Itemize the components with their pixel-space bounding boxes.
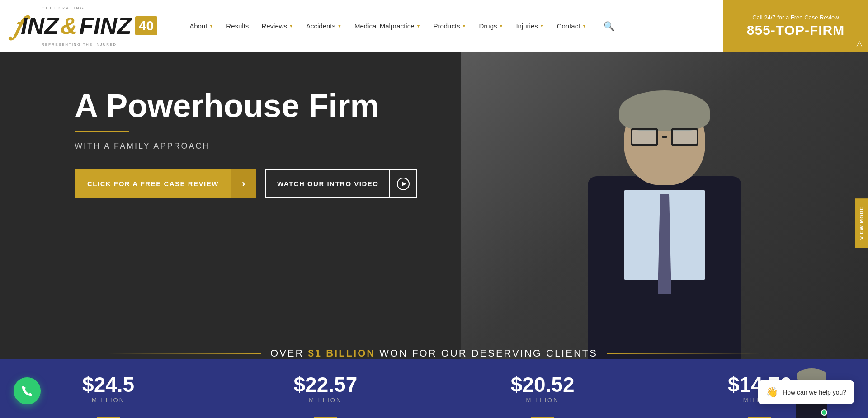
hero-content: A Powerhouse Firm With A Family Approach…	[75, 88, 417, 198]
cta-call-label: Call 24/7 for a Free Case Review	[752, 14, 839, 21]
stat-amount-1: $24.5	[82, 374, 134, 395]
cta-button-label: Click For A Free Case Review	[75, 180, 231, 188]
nav-item-accidents[interactable]: Accidents ▼	[306, 22, 342, 30]
nav-item-contact[interactable]: Contact ▼	[557, 22, 587, 30]
chevron-down-icon: ▼	[416, 23, 420, 28]
site-header: Celebrating 𝑓 INZ & FINZ 40 Representing…	[0, 0, 868, 52]
chevron-down-icon: ▼	[209, 23, 213, 28]
glasses-left	[631, 128, 658, 146]
svg-marker-1	[402, 182, 406, 186]
watch-video-button[interactable]: Watch Our Intro Video	[265, 169, 418, 198]
billion-banner: Over $1 Billion Won For Our Deserving Cl…	[0, 348, 868, 359]
cta-phone-number[interactable]: 855-TOP-FIRM	[747, 23, 844, 38]
cta-arrow-icon: ›	[231, 169, 256, 198]
hero-title: A Powerhouse Firm	[75, 88, 417, 124]
logo-wrapper: Celebrating 𝑓 INZ & FINZ 40 Representing…	[14, 6, 157, 47]
chevron-down-icon: ▼	[582, 23, 586, 28]
chevron-down-icon: ▼	[540, 23, 544, 28]
nav-item-drugs[interactable]: Drugs ▼	[479, 22, 503, 30]
logo-finz-text: INZ	[21, 14, 59, 38]
hero-section: A Powerhouse Firm With A Family Approach…	[0, 52, 868, 418]
nav-item-medical-malpractice[interactable]: Medical Malpractice ▼	[354, 22, 420, 30]
stat-label-3: Million	[526, 397, 559, 404]
billion-amount: $1 Billion	[308, 348, 376, 359]
stat-cards: $24.5 Million $22.57 Million $20.52 Mill…	[0, 359, 868, 418]
main-navigation: About ▼ Results Reviews ▼ Accidents ▼ Me…	[171, 21, 723, 32]
billion-pre: Over	[270, 348, 304, 359]
play-icon	[389, 169, 416, 198]
chat-emoji-icon: 👋	[766, 386, 778, 398]
stat-amount-2: $22.57	[294, 374, 358, 395]
logo-celebrating: Celebrating	[42, 6, 85, 10]
chevron-down-icon: ▼	[337, 23, 342, 28]
search-icon[interactable]: 🔍	[604, 21, 615, 32]
chevron-down-icon: ▼	[462, 23, 467, 28]
nav-item-about[interactable]: About ▼	[189, 22, 213, 30]
chevron-down-icon: ▼	[499, 23, 504, 28]
person-hair	[619, 90, 710, 131]
billion-post: Won For Our Deserving Clients	[379, 348, 598, 359]
logo-main-row: 𝑓 INZ & FINZ 40	[14, 10, 157, 42]
online-status-dot	[821, 409, 827, 416]
stat-amount-3: $20.52	[511, 374, 575, 395]
logo-finz2-text: FINZ	[79, 14, 132, 38]
nav-item-products[interactable]: Products ▼	[433, 22, 466, 30]
billion-line-right	[607, 353, 760, 354]
chat-widget[interactable]: 👋 How can we help you?	[758, 380, 854, 404]
hero-divider	[75, 131, 129, 132]
nav-item-reviews[interactable]: Reviews ▼	[261, 22, 293, 30]
logo-area[interactable]: Celebrating 𝑓 INZ & FINZ 40 Representing…	[0, 0, 171, 52]
person-head	[624, 95, 705, 185]
person-glasses	[631, 127, 698, 147]
header-cta-box[interactable]: Call 24/7 for a Free Case Review 855-TOP…	[723, 0, 868, 52]
nav-item-injuries[interactable]: Injuries ▼	[516, 22, 544, 30]
billion-line-left	[108, 353, 261, 354]
phone-fab-button[interactable]	[14, 377, 41, 404]
billion-text: Over $1 Billion Won For Our Deserving Cl…	[270, 348, 598, 359]
glasses-right	[671, 128, 698, 146]
logo-ampersand: &	[61, 12, 78, 39]
logo-initial: 𝑓	[14, 10, 21, 42]
stat-card-3[interactable]: $20.52 Million	[434, 359, 651, 418]
logo-tagline: Representing The Injured	[42, 42, 117, 47]
glasses-bridge	[662, 136, 667, 138]
hero-subtitle: With A Family Approach	[75, 141, 417, 151]
chevron-up-icon: △	[856, 38, 863, 48]
stat-label-2: Million	[309, 397, 342, 404]
video-button-label: Watch Our Intro Video	[266, 180, 390, 188]
side-cta-button[interactable]: VIEW MORE	[855, 198, 868, 248]
hero-buttons: Click For A Free Case Review › Watch Our…	[75, 169, 417, 198]
chevron-down-icon: ▼	[289, 23, 293, 28]
nav-item-results[interactable]: Results	[226, 22, 249, 30]
logo-anniversary-badge: 40	[135, 16, 157, 35]
stat-card-2[interactable]: $22.57 Million	[217, 359, 434, 418]
chat-message: How can we help you?	[783, 389, 846, 396]
stat-label-1: Million	[92, 397, 125, 404]
free-case-review-button[interactable]: Click For A Free Case Review ›	[75, 169, 256, 198]
